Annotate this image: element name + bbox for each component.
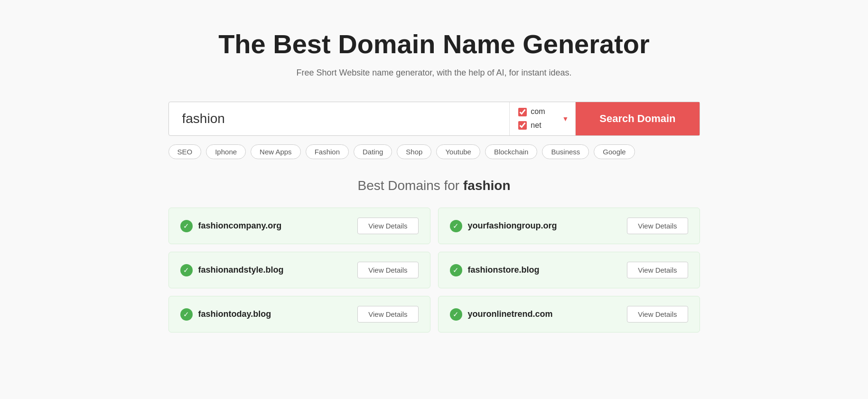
tag-business[interactable]: Business: [542, 144, 589, 159]
tld-com-checkbox[interactable]: [518, 108, 527, 116]
tld-com-row[interactable]: com: [518, 105, 567, 119]
domain-info: ✓youronlinetrend.com: [450, 308, 553, 321]
search-button[interactable]: Search Domain: [576, 102, 699, 135]
domain-name: fashiontoday.blog: [198, 309, 271, 319]
domain-card: ✓fashionstore.blogView Details: [438, 252, 700, 288]
tld-net-row[interactable]: net: [518, 119, 567, 133]
available-icon: ✓: [450, 264, 462, 276]
domain-name: yourfashiongroup.org: [468, 221, 557, 231]
domain-info: ✓fashiontoday.blog: [180, 308, 271, 321]
tag-seo[interactable]: SEO: [168, 144, 202, 159]
available-icon: ✓: [180, 264, 193, 276]
tld-net-label: net: [531, 119, 541, 133]
domain-card: ✓yourfashiongroup.orgView Details: [438, 208, 700, 244]
tld-selector: com net ▼: [509, 102, 576, 135]
tld-net-checkbox[interactable]: [518, 121, 527, 130]
domain-name: fashioncompany.org: [198, 221, 282, 231]
tag-youtube[interactable]: Youtube: [436, 144, 480, 159]
domain-name: youronlinetrend.com: [468, 309, 553, 319]
available-icon: ✓: [180, 220, 193, 232]
tag-iphone[interactable]: Iphone: [206, 144, 246, 159]
view-details-button[interactable]: View Details: [627, 262, 688, 278]
tag-dating[interactable]: Dating: [354, 144, 392, 159]
page-title: The Best Domain Name Generator: [168, 28, 700, 59]
results-title: Best Domains for fashion: [168, 178, 700, 193]
view-details-button[interactable]: View Details: [627, 218, 688, 234]
domain-card: ✓fashiontoday.blogView Details: [168, 296, 430, 332]
domain-name: fashionstore.blog: [468, 265, 540, 275]
domain-info: ✓fashionandstyle.blog: [180, 264, 284, 276]
domain-info: ✓yourfashiongroup.org: [450, 220, 557, 232]
tld-com-label: com: [531, 105, 545, 119]
tag-fashion[interactable]: Fashion: [306, 144, 349, 159]
view-details-button[interactable]: View Details: [357, 218, 418, 234]
available-icon: ✓: [450, 220, 462, 232]
results-grid: ✓fashioncompany.orgView Details✓yourfash…: [168, 208, 700, 332]
domain-card: ✓fashionandstyle.blogView Details: [168, 252, 430, 288]
dropdown-icon[interactable]: ▼: [562, 115, 569, 123]
search-bar: com net ▼ Search Domain: [168, 102, 700, 136]
domain-info: ✓fashioncompany.org: [180, 220, 282, 232]
available-icon: ✓: [450, 308, 462, 321]
tag-row: SEOIphoneNew AppsFashionDatingShopYoutub…: [168, 144, 700, 159]
view-details-button[interactable]: View Details: [357, 306, 418, 323]
available-icon: ✓: [180, 308, 193, 321]
view-details-button[interactable]: View Details: [357, 262, 418, 278]
domain-card: ✓youronlinetrend.comView Details: [438, 296, 700, 332]
tag-new-apps[interactable]: New Apps: [251, 144, 301, 159]
search-input[interactable]: [169, 102, 510, 135]
domain-name: fashionandstyle.blog: [198, 265, 284, 275]
page-subtitle: Free Short Website name generator, with …: [168, 68, 700, 78]
tag-blockchain[interactable]: Blockchain: [485, 144, 538, 159]
tag-google[interactable]: Google: [594, 144, 635, 159]
view-details-button[interactable]: View Details: [627, 306, 688, 323]
domain-card: ✓fashioncompany.orgView Details: [168, 208, 430, 244]
domain-info: ✓fashionstore.blog: [450, 264, 540, 276]
tag-shop[interactable]: Shop: [397, 144, 431, 159]
